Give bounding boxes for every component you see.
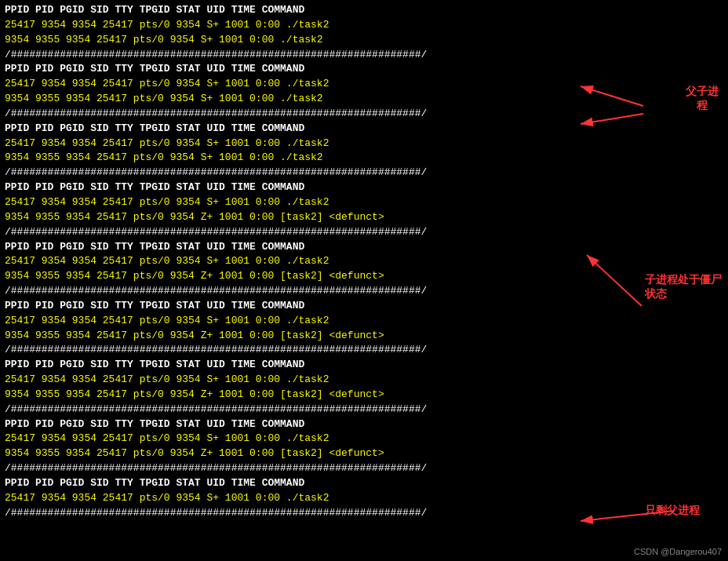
- block-7-separator: /#######################################…: [5, 461, 723, 476]
- block-5-header: PPID PID PGID SID TTY TPGID STAT UID TIM…: [5, 299, 723, 314]
- block-2-row-0: 25417 9354 9354 25417 pts/0 9354 S+ 1001…: [5, 137, 723, 151]
- block-0-separator: /#######################################…: [5, 48, 723, 63]
- block-6-header: PPID PID PGID SID TTY TPGID STAT UID TIM…: [5, 358, 723, 373]
- block-7-row-1: 9354 9355 9354 25417 pts/0 9354 Z+ 1001 …: [5, 446, 723, 461]
- block-4-row-0: 25417 9354 9354 25417 pts/0 9354 S+ 1001…: [5, 254, 723, 269]
- block-8-row-0: 25417 9354 9354 25417 pts/0 9354 S+ 1001…: [5, 491, 723, 506]
- block-5-row-0: 25417 9354 9354 25417 pts/0 9354 S+ 1001…: [5, 314, 723, 329]
- block-2-separator: /#######################################…: [5, 166, 723, 180]
- watermark: CSDN @Dangerou407: [634, 547, 722, 556]
- block-3-row-1: 9354 9355 9354 25417 pts/0 9354 Z+ 1001 …: [5, 210, 723, 225]
- block-4-header: PPID PID PGID SID TTY TPGID STAT UID TIM…: [5, 240, 723, 255]
- terminal-output: PPID PID PGID SID TTY TPGID STAT UID TIM…: [0, 0, 728, 524]
- block-7-row-0: 25417 9354 9354 25417 pts/0 9354 S+ 1001…: [5, 432, 723, 446]
- block-8-header: PPID PID PGID SID TTY TPGID STAT UID TIM…: [5, 476, 723, 491]
- block-0-header: PPID PID PGID SID TTY TPGID STAT UID TIM…: [5, 3, 723, 18]
- block-2-header: PPID PID PGID SID TTY TPGID STAT UID TIM…: [5, 122, 723, 137]
- block-1-row-1: 9354 9355 9354 25417 pts/0 9354 S+ 1001 …: [5, 92, 723, 107]
- block-5-row-1: 9354 9355 9354 25417 pts/0 9354 Z+ 1001 …: [5, 329, 723, 344]
- block-7-header: PPID PID PGID SID TTY TPGID STAT UID TIM…: [5, 417, 723, 432]
- block-1-separator: /#######################################…: [5, 107, 723, 122]
- block-6-separator: /#######################################…: [5, 403, 723, 417]
- block-2-row-1: 9354 9355 9354 25417 pts/0 9354 S+ 1001 …: [5, 151, 723, 166]
- block-6-row-1: 9354 9355 9354 25417 pts/0 9354 Z+ 1001 …: [5, 388, 723, 403]
- block-5-separator: /#######################################…: [5, 343, 723, 358]
- block-8-separator: /#######################################…: [5, 506, 723, 521]
- annotation-parent-only: 只剩父进程: [645, 504, 700, 518]
- block-0-row-1: 9354 9355 9354 25417 pts/0 9354 S+ 1001 …: [5, 33, 723, 48]
- block-3-header: PPID PID PGID SID TTY TPGID STAT UID TIM…: [5, 180, 723, 195]
- block-0-row-0: 25417 9354 9354 25417 pts/0 9354 S+ 1001…: [5, 18, 723, 33]
- block-4-row-1: 9354 9355 9354 25417 pts/0 9354 Z+ 1001 …: [5, 269, 723, 284]
- block-1-row-0: 25417 9354 9354 25417 pts/0 9354 S+ 1001…: [5, 77, 723, 92]
- block-1-header: PPID PID PGID SID TTY TPGID STAT UID TIM…: [5, 62, 723, 77]
- annotation-zombie: 子进程处于僵尸状态: [645, 273, 722, 301]
- block-4-separator: /#######################################…: [5, 284, 723, 299]
- block-3-separator: /#######################################…: [5, 225, 723, 240]
- block-3-row-0: 25417 9354 9354 25417 pts/0 9354 S+ 1001…: [5, 195, 723, 210]
- annotation-parent-child: 父子进程: [686, 85, 719, 113]
- block-6-row-0: 25417 9354 9354 25417 pts/0 9354 S+ 1001…: [5, 373, 723, 388]
